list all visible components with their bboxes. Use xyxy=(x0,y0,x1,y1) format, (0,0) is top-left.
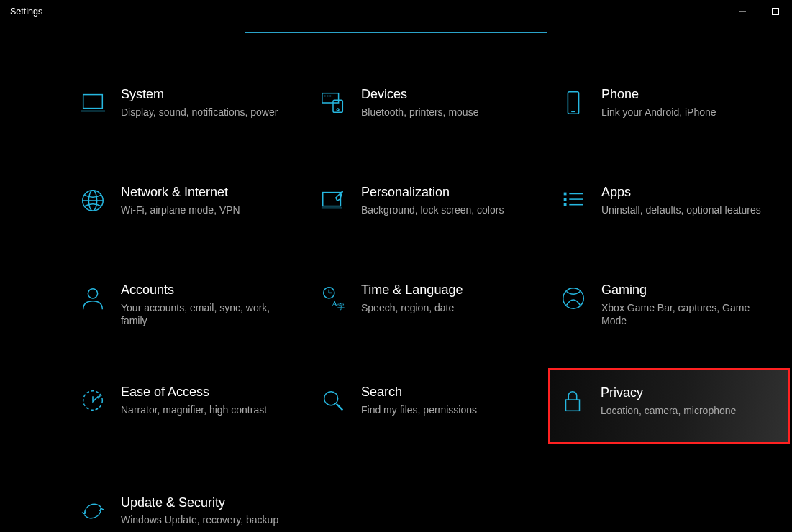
xbox-icon xyxy=(558,283,588,313)
category-update-security[interactable]: Update & Security Windows Update, recove… xyxy=(72,489,309,532)
category-phone[interactable]: Phone Link your Android, iPhone xyxy=(552,81,790,134)
paintbrush-icon xyxy=(318,185,348,216)
svg-text:字: 字 xyxy=(337,303,345,311)
apps-list-icon xyxy=(558,185,588,216)
category-title: Search xyxy=(361,384,531,400)
category-desc: Wi-Fi, airplane mode, VPN xyxy=(121,203,291,217)
window-title: Settings xyxy=(10,6,42,17)
svg-rect-10 xyxy=(568,92,578,114)
category-title: Time & Language xyxy=(361,282,531,298)
svg-point-29 xyxy=(563,288,584,309)
category-search[interactable]: Search Find my files, permissions xyxy=(312,378,550,444)
ease-icon xyxy=(78,385,108,416)
lock-icon xyxy=(557,386,588,416)
category-desc: Speech, region, date xyxy=(361,301,531,315)
category-devices[interactable]: Devices Bluetooth, printers, mouse xyxy=(312,81,550,134)
category-desc: Background, lock screen, colors xyxy=(361,203,531,217)
category-gaming[interactable]: Gaming Xbox Game Bar, captures, Game Mod… xyxy=(552,276,790,334)
settings-categories-grid: System Display, sound, notifications, po… xyxy=(72,81,791,532)
svg-point-9 xyxy=(337,109,339,111)
category-ease-of-access[interactable]: Ease of Access Narrator, magnifier, high… xyxy=(72,378,309,444)
category-title: Accounts xyxy=(121,282,291,298)
titlebar: Settings xyxy=(0,0,792,23)
category-title: Apps xyxy=(601,184,771,201)
phone-icon xyxy=(558,88,588,118)
category-accounts[interactable]: Accounts Your accounts, email, sync, wor… xyxy=(72,276,309,334)
svg-point-31 xyxy=(324,392,338,405)
category-desc: Narrator, magnifier, high contrast xyxy=(121,403,291,417)
category-desc: Windows Update, recovery, backup xyxy=(121,513,291,527)
svg-rect-33 xyxy=(566,400,580,411)
category-network[interactable]: Network & Internet Wi-Fi, airplane mode,… xyxy=(72,178,309,231)
person-icon xyxy=(78,283,108,313)
category-title: Personalization xyxy=(361,184,531,201)
svg-rect-4 xyxy=(322,93,339,103)
laptop-icon xyxy=(78,88,108,118)
svg-point-23 xyxy=(88,289,97,298)
devices-icon xyxy=(318,88,348,118)
minimize-button[interactable] xyxy=(726,0,759,23)
category-desc: Uninstall, defaults, optional features xyxy=(601,203,771,217)
category-title: Ease of Access xyxy=(121,384,291,400)
category-title: Devices xyxy=(361,86,531,103)
category-desc: Display, sound, notifications, power xyxy=(121,106,291,119)
svg-rect-15 xyxy=(323,193,341,206)
category-time-language[interactable]: A 字 Time & Language Speech, region, date xyxy=(312,276,550,334)
svg-rect-1 xyxy=(773,9,779,15)
category-title: Phone xyxy=(601,86,771,103)
category-desc: Location, camera, microphone xyxy=(601,404,769,418)
category-desc: Your accounts, email, sync, work, family xyxy=(121,301,291,329)
category-apps[interactable]: Apps Uninstall, defaults, optional featu… xyxy=(552,178,790,231)
category-privacy[interactable]: Privacy Location, camera, microphone xyxy=(548,368,790,444)
category-title: Network & Internet xyxy=(121,184,291,201)
category-desc: Xbox Game Bar, captures, Game Mode xyxy=(601,301,771,329)
category-title: System xyxy=(121,86,291,103)
category-system[interactable]: System Display, sound, notifications, po… xyxy=(72,81,309,134)
svg-rect-18 xyxy=(564,198,567,201)
sync-icon xyxy=(78,496,108,526)
svg-line-32 xyxy=(337,404,343,411)
category-title: Privacy xyxy=(601,385,769,401)
svg-rect-19 xyxy=(564,203,567,206)
svg-rect-2 xyxy=(83,95,103,109)
category-desc: Find my files, permissions xyxy=(361,403,531,417)
category-title: Update & Security xyxy=(121,495,291,511)
window-controls xyxy=(726,0,792,23)
globe-icon xyxy=(78,185,108,216)
category-desc: Bluetooth, printers, mouse xyxy=(361,106,531,119)
time-lang-icon: A 字 xyxy=(318,283,348,313)
search-icon xyxy=(318,385,348,416)
category-title: Gaming xyxy=(601,282,771,298)
svg-rect-17 xyxy=(564,193,567,196)
category-desc: Link your Android, iPhone xyxy=(601,106,771,119)
maximize-button[interactable] xyxy=(759,0,792,23)
category-personalization[interactable]: Personalization Background, lock screen,… xyxy=(312,178,550,231)
search-accent-underline xyxy=(245,32,547,33)
